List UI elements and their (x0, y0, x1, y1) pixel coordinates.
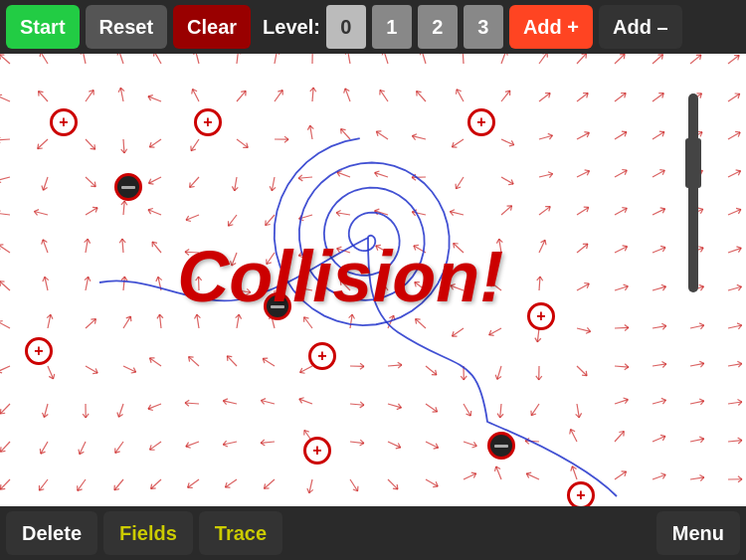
svg-line-53 (42, 240, 43, 245)
svg-line-376 (376, 245, 381, 246)
fields-button[interactable]: Fields (103, 511, 193, 555)
charge-node-c11[interactable]: + (567, 481, 595, 506)
svg-line-33 (0, 479, 10, 489)
svg-line-157 (148, 209, 153, 210)
top-toolbar: Start Reset Clear Level: 0 1 2 3 Add + A… (0, 0, 746, 54)
svg-line-394 (393, 488, 398, 489)
svg-line-403 (412, 134, 417, 136)
svg-line-244 (223, 399, 228, 401)
svg-line-194 (186, 220, 191, 221)
svg-line-362 (382, 54, 384, 55)
svg-line-302 (299, 219, 304, 221)
svg-line-391 (396, 448, 401, 449)
svg-line-235 (246, 292, 250, 294)
charge-node-c9[interactable]: + (303, 437, 331, 465)
charge-node-c7[interactable]: + (527, 302, 555, 330)
charge-node-c1[interactable]: + (50, 108, 78, 136)
svg-line-3 (0, 95, 10, 101)
level-2-button[interactable]: 2 (418, 5, 458, 49)
svg-line-698 (736, 208, 741, 209)
svg-line-49 (34, 210, 39, 212)
svg-line-44 (38, 148, 43, 149)
svg-line-504 (539, 54, 547, 64)
add-plus-button[interactable]: Add + (509, 5, 593, 49)
svg-line-469 (506, 54, 507, 56)
svg-line-11 (0, 181, 1, 183)
svg-line-716 (738, 438, 742, 441)
delete-button[interactable]: Delete (6, 511, 97, 555)
svg-line-185 (192, 90, 193, 94)
svg-line-447 (454, 243, 464, 253)
svg-line-565 (582, 375, 587, 376)
svg-line-324 (347, 54, 350, 64)
svg-line-384 (388, 365, 402, 366)
svg-line-393 (388, 479, 398, 489)
svg-line-605 (624, 398, 629, 400)
svg-line-548 (584, 132, 589, 133)
svg-line-451 (451, 284, 456, 285)
svg-line-113 (118, 88, 120, 93)
svg-line-204 (189, 357, 199, 366)
svg-line-343 (340, 280, 345, 281)
svg-line-81 (86, 177, 95, 187)
charge-node-c8[interactable]: + (308, 342, 336, 370)
level-1-button[interactable]: 1 (372, 5, 412, 49)
level-3-button[interactable]: 3 (464, 5, 503, 49)
svg-line-629 (660, 246, 665, 247)
svg-line-108 (119, 54, 123, 64)
menu-button[interactable]: Menu (656, 511, 740, 555)
svg-line-88 (88, 239, 90, 243)
svg-line-120 (123, 201, 124, 215)
start-button[interactable]: Start (6, 5, 80, 49)
svg-line-342 (340, 280, 350, 290)
svg-line-695 (736, 170, 741, 171)
bottom-toolbar: Delete Fields Trace Menu (0, 506, 746, 560)
charge-node-c5[interactable] (264, 292, 291, 320)
svg-line-15 (0, 245, 10, 253)
svg-line-253 (278, 54, 280, 55)
svg-line-395 (397, 484, 398, 489)
svg-line-578 (620, 54, 625, 55)
add-minus-button[interactable]: Add – (599, 5, 682, 49)
svg-line-330 (341, 129, 350, 139)
clear-button[interactable]: Clear (173, 5, 251, 49)
svg-line-226 (232, 186, 234, 190)
svg-line-412 (414, 245, 419, 246)
charge-node-c4[interactable] (114, 173, 142, 201)
svg-line-189 (190, 177, 199, 187)
slider-track (688, 93, 698, 292)
level-0-button[interactable]: 0 (326, 5, 366, 49)
slider-thumb[interactable] (685, 138, 701, 188)
svg-line-62 (54, 374, 55, 379)
svg-line-4 (0, 94, 2, 95)
svg-line-322 (307, 488, 309, 493)
svg-line-382 (394, 315, 395, 320)
svg-line-180 (196, 54, 199, 64)
svg-line-360 (384, 54, 388, 64)
svg-line-638 (661, 362, 665, 364)
svg-line-164 (156, 277, 158, 281)
svg-line-701 (736, 247, 741, 249)
level-label: Level: (263, 16, 320, 39)
svg-line-396 (422, 54, 426, 64)
charge-node-c2[interactable]: + (194, 108, 222, 136)
svg-line-355 (360, 444, 364, 447)
svg-line-291 (312, 88, 313, 101)
trace-button[interactable]: Trace (199, 511, 282, 555)
svg-line-238 (239, 314, 241, 318)
svg-line-82 (91, 186, 95, 187)
canvas-area[interactable]: Collision! +++++++++ (0, 54, 746, 506)
charge-node-c10[interactable] (487, 432, 515, 460)
svg-line-576 (615, 54, 625, 64)
svg-line-262 (270, 186, 272, 190)
charge-node-c6[interactable]: + (25, 337, 53, 365)
svg-line-18 (0, 281, 10, 290)
svg-line-144 (154, 54, 161, 64)
svg-line-337 (336, 210, 340, 212)
svg-line-28 (0, 409, 1, 414)
svg-line-644 (660, 435, 665, 436)
svg-line-146 (154, 54, 155, 57)
reset-button[interactable]: Reset (86, 5, 167, 49)
charge-node-c3[interactable]: + (467, 108, 495, 136)
svg-line-671 (699, 323, 704, 325)
